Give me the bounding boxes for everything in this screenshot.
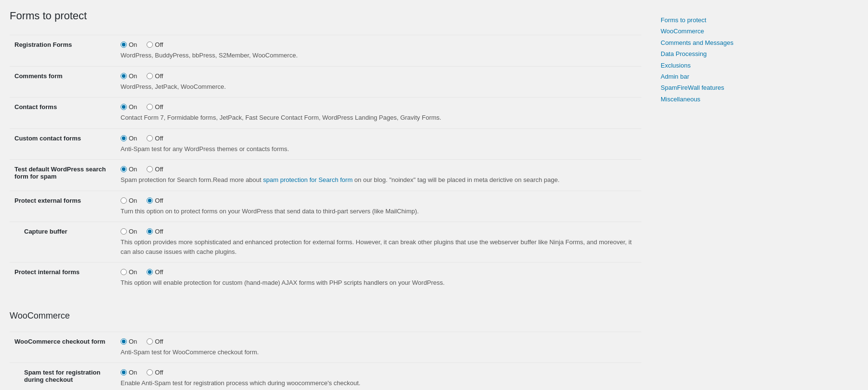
radio-off-label-spam-test-registration-checkout[interactable]: Off bbox=[147, 369, 163, 376]
row-protect-internal-forms: Protect internal forms On OffThis option… bbox=[10, 263, 641, 293]
description-custom-contact-forms: Anti-Spam test for any WordPress themes … bbox=[121, 144, 637, 154]
radio-on-custom-contact-forms[interactable] bbox=[121, 135, 127, 141]
radio-on-contact-forms[interactable] bbox=[121, 104, 127, 110]
radio-group-protect-internal-forms: On Off bbox=[121, 268, 637, 276]
radio-off-test-default-wp-search[interactable] bbox=[147, 166, 153, 172]
control-protect-internal-forms: On OffThis option will enable protection… bbox=[116, 263, 641, 293]
radio-off-label-registration-forms[interactable]: Off bbox=[147, 41, 163, 48]
label-contact-forms: Contact forms bbox=[10, 98, 116, 129]
sidebar-link-miscellaneous[interactable]: Miscellaneous bbox=[661, 94, 747, 105]
radio-group-custom-contact-forms: On Off bbox=[121, 135, 637, 142]
radio-on-spam-test-registration-checkout[interactable] bbox=[121, 369, 127, 376]
sidebar-link-admin-bar[interactable]: Admin bar bbox=[661, 71, 747, 82]
sidebar-link-forms-to-protect[interactable]: Forms to protect bbox=[661, 14, 747, 26]
label-registration-forms: Registration Forms bbox=[10, 35, 116, 67]
radio-off-spam-test-registration-checkout[interactable] bbox=[147, 369, 153, 376]
radio-off-label-comments-form[interactable]: Off bbox=[147, 72, 163, 80]
description-protect-internal-forms: This option will enable protection for c… bbox=[121, 278, 637, 288]
row-contact-forms: Contact forms On OffContact Form 7, Form… bbox=[10, 98, 641, 129]
radio-group-spam-test-registration-checkout: On Off bbox=[121, 369, 637, 376]
radio-off-label-test-default-wp-search[interactable]: Off bbox=[147, 166, 163, 173]
radio-on-registration-forms[interactable] bbox=[121, 42, 127, 48]
radio-on-test-default-wp-search[interactable] bbox=[121, 166, 127, 172]
row-test-default-wp-search: Test default WordPress search form for s… bbox=[10, 160, 641, 191]
radio-on-label-woocommerce-checkout-form[interactable]: On bbox=[121, 338, 137, 345]
control-protect-external-forms: On OffTurn this option on to protect for… bbox=[116, 191, 641, 222]
radio-on-protect-external-forms[interactable] bbox=[121, 197, 127, 204]
description-registration-forms: WordPress, BuddyPress, bbPress, S2Member… bbox=[121, 51, 637, 60]
sidebar-link-exclusions[interactable]: Exclusions bbox=[661, 60, 747, 71]
sidebar-link-spamfirewall-features[interactable]: SpamFireWall features bbox=[661, 82, 747, 93]
radio-on-label-contact-forms[interactable]: On bbox=[121, 103, 137, 111]
radio-on-label-protect-external-forms[interactable]: On bbox=[121, 197, 137, 204]
label-spam-test-registration-checkout: Spam test for registration during checko… bbox=[10, 363, 116, 390]
sidebar-link-woocommerce[interactable]: WooCommerce bbox=[661, 26, 747, 37]
radio-on-label-protect-internal-forms[interactable]: On bbox=[121, 268, 137, 276]
description-capture-buffer: This option provides more sophisticated … bbox=[121, 237, 637, 256]
description-protect-external-forms: Turn this option on to protect forms on … bbox=[121, 207, 637, 216]
control-custom-contact-forms: On OffAnti-Spam test for any WordPress t… bbox=[116, 128, 641, 160]
control-comments-form: On OffWordPress, JetPack, WooCommerce. bbox=[116, 66, 641, 98]
sidebar-link-data-processing[interactable]: Data Processing bbox=[661, 48, 747, 59]
radio-off-label-custom-contact-forms[interactable]: Off bbox=[147, 135, 163, 142]
radio-on-label-capture-buffer[interactable]: On bbox=[121, 228, 137, 235]
radio-group-test-default-wp-search: On Off bbox=[121, 166, 637, 173]
control-contact-forms: On OffContact Form 7, Formidable forms, … bbox=[116, 98, 641, 129]
description-contact-forms: Contact Form 7, Formidable forms, JetPac… bbox=[121, 113, 637, 123]
row-protect-external-forms: Protect external forms On OffTurn this o… bbox=[10, 191, 641, 222]
control-capture-buffer: On OffThis option provides more sophisti… bbox=[116, 222, 641, 263]
label-test-default-wp-search: Test default WordPress search form for s… bbox=[10, 160, 116, 191]
radio-off-label-protect-internal-forms[interactable]: Off bbox=[147, 268, 163, 276]
radio-on-protect-internal-forms[interactable] bbox=[121, 269, 127, 275]
sidebar-link-comments-and-messages[interactable]: Comments and Messages bbox=[661, 37, 747, 48]
radio-on-label-registration-forms[interactable]: On bbox=[121, 41, 137, 48]
row-spam-test-registration-checkout: Spam test for registration during checko… bbox=[10, 363, 641, 390]
settings-table-forms: Registration Forms On OffWordPress, Budd… bbox=[10, 35, 641, 293]
description-spam-test-registration-checkout: Enable Anti-Spam test for registration p… bbox=[121, 378, 637, 388]
control-woocommerce-checkout-form: On OffAnti-Spam test for WooCommerce che… bbox=[116, 332, 641, 363]
radio-group-comments-form: On Off bbox=[121, 72, 637, 80]
radio-on-label-custom-contact-forms[interactable]: On bbox=[121, 135, 137, 142]
radio-off-woocommerce-checkout-form[interactable] bbox=[147, 338, 153, 345]
label-woocommerce-checkout-form: WooCommerce checkout form bbox=[10, 332, 116, 363]
row-registration-forms: Registration Forms On OffWordPress, Budd… bbox=[10, 35, 641, 67]
radio-on-comments-form[interactable] bbox=[121, 73, 127, 79]
radio-on-capture-buffer[interactable] bbox=[121, 228, 127, 235]
radio-on-label-test-default-wp-search[interactable]: On bbox=[121, 166, 137, 173]
radio-on-woocommerce-checkout-form[interactable] bbox=[121, 338, 127, 345]
control-spam-test-registration-checkout: On OffEnable Anti-Spam test for registra… bbox=[116, 363, 641, 390]
radio-off-comments-form[interactable] bbox=[147, 73, 153, 79]
row-comments-form: Comments form On OffWordPress, JetPack, … bbox=[10, 66, 641, 98]
radio-group-registration-forms: On Off bbox=[121, 41, 637, 48]
radio-off-custom-contact-forms[interactable] bbox=[147, 135, 153, 141]
radio-off-label-capture-buffer[interactable]: Off bbox=[147, 228, 163, 235]
radio-off-capture-buffer[interactable] bbox=[147, 228, 153, 235]
row-woocommerce-checkout-form: WooCommerce checkout form On OffAnti-Spa… bbox=[10, 332, 641, 363]
section-forms-to-protect: Forms to protect Registration Forms On O… bbox=[10, 10, 641, 293]
radio-off-contact-forms[interactable] bbox=[147, 104, 153, 110]
label-protect-internal-forms: Protect internal forms bbox=[10, 263, 116, 293]
radio-group-woocommerce-checkout-form: On Off bbox=[121, 338, 637, 345]
radio-group-contact-forms: On Off bbox=[121, 103, 637, 111]
sidebar: Forms to protectWooCommerceComments and … bbox=[651, 10, 757, 390]
section-title-woocommerce: WooCommerce bbox=[10, 305, 641, 325]
radio-off-registration-forms[interactable] bbox=[147, 42, 153, 48]
radio-on-label-spam-test-registration-checkout[interactable]: On bbox=[121, 369, 137, 376]
radio-group-protect-external-forms: On Off bbox=[121, 197, 637, 204]
radio-off-label-contact-forms[interactable]: Off bbox=[147, 103, 163, 111]
description-comments-form: WordPress, JetPack, WooCommerce. bbox=[121, 82, 637, 92]
radio-off-label-protect-external-forms[interactable]: Off bbox=[147, 197, 163, 204]
link-test-default-wp-search[interactable]: spam protection for Search form bbox=[263, 176, 353, 183]
radio-off-protect-external-forms[interactable] bbox=[147, 197, 153, 204]
description-woocommerce-checkout-form: Anti-Spam test for WooCommerce checkout … bbox=[121, 348, 637, 357]
control-test-default-wp-search: On OffSpam protection for Search form.Re… bbox=[116, 160, 641, 191]
label-custom-contact-forms: Custom contact forms bbox=[10, 128, 116, 160]
row-custom-contact-forms: Custom contact forms On OffAnti-Spam tes… bbox=[10, 128, 641, 160]
radio-on-label-comments-form[interactable]: On bbox=[121, 72, 137, 80]
label-capture-buffer: Capture buffer bbox=[10, 222, 116, 263]
section-title-forms: Forms to protect bbox=[10, 10, 641, 26]
row-capture-buffer: Capture buffer On OffThis option provide… bbox=[10, 222, 641, 263]
radio-off-protect-internal-forms[interactable] bbox=[147, 269, 153, 275]
radio-off-label-woocommerce-checkout-form[interactable]: Off bbox=[147, 338, 163, 345]
settings-table-woocommerce: WooCommerce checkout form On OffAnti-Spa… bbox=[10, 332, 641, 390]
